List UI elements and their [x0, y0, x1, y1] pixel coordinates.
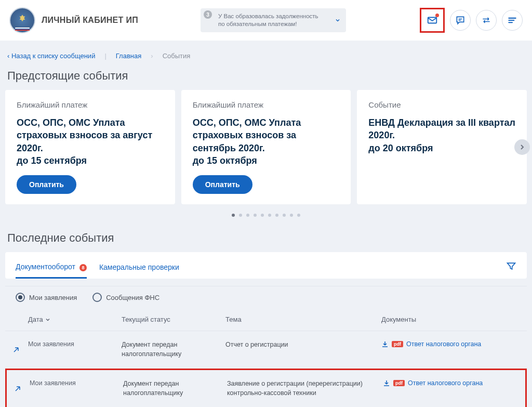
arrow-up-right-icon [14, 385, 21, 392]
dot[interactable] [239, 214, 242, 217]
tab-label: Документооборот [16, 262, 75, 271]
tabs-bar: Документооборот 8 Камеральные проверки [5, 252, 527, 279]
app-header: ЛИЧНЫЙ КАБИНЕТ ИП 3 У Вас образовалась з… [0, 0, 532, 41]
breadcrumb-separator: | [104, 52, 106, 60]
chevron-down-icon [45, 317, 50, 322]
event-card[interactable]: Ближайший платеж ОСС, ОПС, ОМС Уплата ст… [181, 90, 351, 204]
radio-label: Сообщения ФНС [106, 294, 159, 301]
th-status[interactable]: Текущий статус [122, 316, 225, 323]
row-document-link[interactable]: pdf Ответ налогового органа [381, 340, 516, 348]
row-category: Мои заявления [30, 379, 123, 387]
dot[interactable] [297, 214, 300, 217]
pay-button[interactable]: Оплатить [17, 175, 76, 194]
card-title: ОСС, ОПС, ОМС Уплата страховых взносов з… [193, 116, 340, 167]
card-title: ЕНВД Декларация за III квартал 2020г. до… [368, 116, 515, 154]
radio-label: Мои заявления [29, 294, 77, 301]
card-eyebrow: Событие [368, 100, 515, 109]
arrow-up-right-icon [12, 346, 20, 353]
th-docs[interactable]: Документы [381, 316, 516, 323]
event-card[interactable]: Событие ЕНВД Декларация за III квартал 2… [357, 90, 527, 204]
doc-label: Ответ налогового органа [406, 340, 481, 348]
tab-documents[interactable]: Документооборот 8 [16, 260, 87, 279]
radio-filter-bar: Мои заявления Сообщения ФНС [5, 286, 527, 308]
radio-my-requests[interactable]: Мои заявления [16, 293, 77, 302]
notification-banner[interactable]: 3 У Вас образовалась задолженность по об… [201, 8, 346, 32]
dot[interactable] [254, 214, 257, 217]
download-icon [381, 340, 389, 348]
dot[interactable] [246, 214, 249, 217]
th-date[interactable]: Дата [28, 316, 122, 323]
pdf-badge-icon: pdf [393, 380, 405, 386]
pay-button[interactable]: Оплатить [193, 175, 252, 194]
doc-label: Ответ налогового органа [408, 379, 483, 387]
row-subject: Заявление о регистрации (перерегистрации… [227, 379, 383, 398]
th-label: Дата [28, 316, 43, 323]
upcoming-heading: Предстоящие события [5, 69, 527, 83]
event-cards-carousel: Ближайший платеж ОСС, ОПС, ОМС Уплата ст… [5, 90, 527, 204]
radio-icon [16, 293, 25, 302]
fns-logo-icon [9, 7, 35, 33]
table-row[interactable]: Мои заявления Документ передан налогопла… [5, 331, 527, 369]
logo-block: ЛИЧНЫЙ КАБИНЕТ ИП [9, 7, 138, 33]
app-title: ЛИЧНЫЙ КАБИНЕТ ИП [42, 16, 138, 25]
row-category: Мои заявления [28, 340, 122, 348]
carousel-dots [5, 214, 527, 217]
dot[interactable] [268, 214, 271, 217]
mail-button[interactable] [420, 8, 445, 33]
header-actions [420, 8, 523, 33]
radio-fns-messages[interactable]: Сообщения ФНС [92, 293, 159, 302]
notification-count-badge: 3 [204, 10, 212, 19]
row-status: Документ передан налогоплательщику [122, 340, 225, 359]
chat-button[interactable] [450, 10, 471, 31]
swap-button[interactable] [476, 10, 497, 31]
download-icon [383, 379, 390, 387]
dot[interactable] [261, 214, 264, 217]
breadcrumb-current: События [163, 52, 191, 60]
card-eyebrow: Ближайший платеж [193, 100, 340, 109]
back-link[interactable]: ‹ Назад к списку сообщений [7, 52, 95, 60]
pdf-badge-icon: pdf [392, 341, 403, 347]
back-link-label: Назад к списку сообщений [11, 52, 95, 60]
event-card[interactable]: Ближайший платеж ОСС, ОПС, ОМС Уплата ст… [5, 90, 175, 204]
notification-text: У Вас образовалась задолженность по обяз… [218, 12, 325, 28]
breadcrumb-home[interactable]: Главная [116, 52, 141, 60]
dot[interactable] [283, 214, 286, 217]
menu-button[interactable] [502, 10, 523, 31]
th-subject[interactable]: Тема [225, 316, 381, 323]
carousel-next-button[interactable] [514, 139, 530, 155]
breadcrumb: ‹ Назад к списку сообщений | Главная › С… [5, 52, 527, 60]
row-document-link[interactable]: pdf Ответ налогового органа [383, 379, 515, 387]
dot[interactable] [275, 214, 278, 217]
table-row[interactable]: Мои заявления Документ передан налогопла… [5, 369, 527, 407]
tab-badge: 8 [79, 264, 87, 271]
chevron-down-icon[interactable] [335, 17, 341, 23]
card-eyebrow: Ближайший платеж [17, 100, 164, 109]
events-table: Дата Текущий статус Тема Документы Мои з… [5, 308, 527, 407]
table-header: Дата Текущий статус Тема Документы [5, 308, 527, 331]
row-status: Документ передан налогоплательщику [123, 379, 227, 398]
dot[interactable] [290, 214, 293, 217]
chevron-right-icon: › [151, 52, 153, 60]
dot[interactable] [232, 214, 235, 217]
filter-button[interactable] [506, 261, 516, 279]
unread-indicator-icon [435, 14, 439, 17]
tab-audits[interactable]: Камеральные проверки [99, 261, 179, 279]
radio-icon [92, 293, 102, 302]
card-title: ОСС, ОПС, ОМС Уплата страховых взносов з… [17, 116, 164, 167]
row-subject: Отчет о регистрации [225, 340, 381, 350]
recent-heading: Последние события [5, 231, 527, 245]
